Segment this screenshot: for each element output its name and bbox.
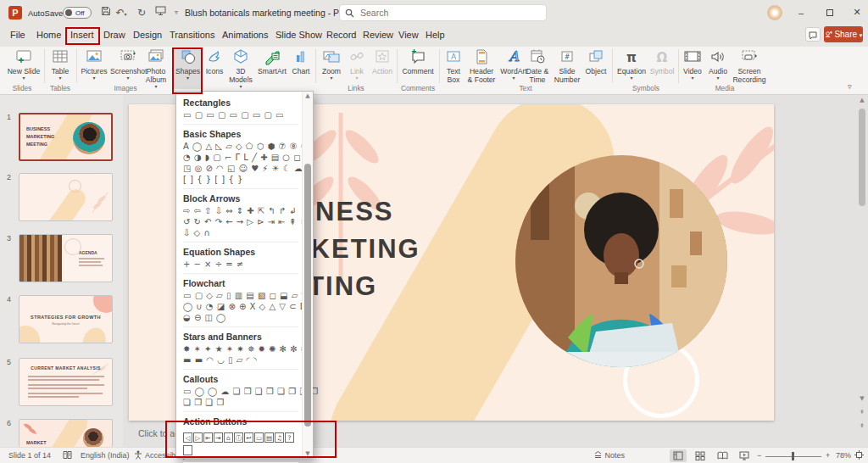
- tab-slide-show[interactable]: Slide Show: [275, 30, 322, 40]
- save-button[interactable]: [98, 5, 114, 20]
- minimize-button[interactable]: –: [792, 5, 810, 20]
- zoom-slider-thumb[interactable]: [792, 452, 794, 460]
- tab-view[interactable]: View: [398, 30, 419, 40]
- video-button[interactable]: Video▾: [681, 48, 704, 89]
- collapse-ribbon-chevron-icon[interactable]: ▿: [848, 82, 852, 91]
- shape-row[interactable]: ✸ ✶ ✦ ★ ✶ ✷ ✵ ✹ ✺ ✻ ✼ ✽: [183, 343, 298, 354]
- zoom-out-button[interactable]: −: [757, 451, 761, 460]
- next-slide-icon[interactable]: ⇟: [857, 422, 867, 429]
- shapes-button[interactable]: Shapes▾: [174, 48, 202, 89]
- scroll-down-icon[interactable]: ▼: [857, 395, 867, 402]
- zoom-level[interactable]: 78%: [836, 451, 851, 460]
- shape-row[interactable]: ⇩ ◇ ∩: [183, 227, 298, 238]
- action-button-shape[interactable]: ⌂: [224, 432, 233, 443]
- action-button-shape[interactable]: ▷: [193, 432, 203, 443]
- tab-draw[interactable]: Draw: [103, 30, 125, 40]
- slide-scrollbar[interactable]: ▲ ▼ ⇞ ⇟: [857, 97, 867, 444]
- shape-row[interactable]: + − × ÷ = ≠: [183, 259, 298, 270]
- maximize-button[interactable]: [821, 5, 839, 20]
- reading-view-button[interactable]: [714, 449, 731, 462]
- comment-button[interactable]: Comment: [400, 48, 436, 89]
- slide-thumbnail-2[interactable]: [19, 173, 113, 221]
- action-button-shape[interactable]: ♫: [275, 432, 284, 443]
- date-time-button[interactable]: Date & Time: [524, 48, 551, 89]
- autosave-toggle[interactable]: Off: [63, 7, 92, 19]
- search-input[interactable]: [360, 6, 538, 20]
- text-box-button[interactable]: A Text Box: [442, 48, 465, 89]
- action-button-shape[interactable]: [183, 445, 192, 455]
- scrollbar-thumb[interactable]: [304, 164, 311, 427]
- search-bar[interactable]: [339, 4, 547, 21]
- share-button[interactable]: Share ▾: [824, 26, 863, 42]
- action-button-shape[interactable]: ⓘ: [234, 432, 243, 443]
- start-presentation-button[interactable]: [153, 5, 168, 20]
- screen-recording-button[interactable]: Screen Recording: [731, 48, 768, 89]
- shape-row[interactable]: ▭ ▢ ▭ ▢ ▭ ▢ ▭ ▢ ▭: [183, 109, 298, 120]
- slide-number-button[interactable]: # Slide Number: [553, 48, 581, 89]
- icons-button[interactable]: Icons: [203, 48, 225, 89]
- slide-photo-circle[interactable]: [515, 155, 727, 367]
- slide-thumbnail-5[interactable]: CURRENT MARKET ANALYSIS: [19, 358, 113, 406]
- shape-row[interactable]: ▬ ▬ ◠ ◡ ▯ ▱ ◜ ◝: [183, 354, 298, 365]
- comments-button[interactable]: [805, 27, 821, 42]
- scroll-down-icon[interactable]: ▼: [303, 450, 313, 457]
- shape-row[interactable]: ▭ ◯ ◯ ☁ ❏ ❐ ❑ ❒ ❏ ❐ ❑ ❒: [183, 386, 298, 397]
- tab-animations[interactable]: Animations: [222, 30, 268, 40]
- slide-sorter-view-button[interactable]: [692, 449, 709, 462]
- object-button[interactable]: Object: [583, 48, 609, 89]
- slide-thumbnail-4[interactable]: STRATEGIES FOR GROWTH Navigating the fut…: [19, 295, 113, 343]
- undo-button[interactable]: ↶▾: [114, 5, 129, 20]
- slide-thumbnail-3[interactable]: AGENDA: [19, 234, 113, 282]
- shape-row[interactable]: A ◯ △ ◺ ▱ ◇ ⬠ ⬡ ⬢ ⑦ ⑧ ⑩: [183, 141, 298, 152]
- previous-slide-icon[interactable]: ⇞: [857, 409, 867, 416]
- action-button-shape[interactable]: ⇥: [214, 432, 223, 443]
- zoom-in-button[interactable]: +: [826, 451, 830, 460]
- tab-review[interactable]: Review: [363, 30, 393, 40]
- tab-design[interactable]: Design: [133, 30, 162, 40]
- tab-transitions[interactable]: Transitions: [170, 30, 214, 40]
- 3d-models-button[interactable]: 3D Models▾: [226, 48, 255, 89]
- slide-thumbnail-1[interactable]: BUSINESS MARKETING MEETING: [19, 113, 113, 161]
- language-status[interactable]: English (India): [81, 451, 130, 460]
- zoom-button[interactable]: Zoom▾: [319, 48, 344, 89]
- action-button-shape[interactable]: ⇤: [203, 432, 213, 443]
- slide-show-button[interactable]: [736, 449, 753, 462]
- customize-quick-access-toolbar-button[interactable]: ▿: [169, 5, 184, 20]
- tab-home[interactable]: Home: [36, 30, 61, 40]
- photo-album-button[interactable]: Photo Album▾: [141, 48, 171, 89]
- scroll-up-icon[interactable]: ▲: [857, 97, 867, 103]
- table-button[interactable]: Table▾: [47, 48, 74, 89]
- action-button-shape[interactable]: ◁: [183, 432, 192, 443]
- shape-row[interactable]: ◒ ⊖ ◫ ◯: [183, 312, 298, 323]
- audio-button[interactable]: Audio▾: [706, 48, 730, 89]
- pictures-button[interactable]: Pictures▾: [79, 48, 109, 89]
- tab-insert[interactable]: Insert: [70, 30, 94, 40]
- account-avatar[interactable]: [767, 5, 782, 20]
- notes-toggle-button[interactable]: Notes: [593, 450, 625, 460]
- scrollbar-thumb[interactable]: [859, 109, 865, 206]
- tab-file[interactable]: File: [10, 30, 25, 40]
- close-button[interactable]: ✕: [848, 5, 866, 20]
- smartart-button[interactable]: SmartArt: [257, 48, 287, 89]
- shape-row[interactable]: ◳ ◎ ⊘ ◠ ◱ ☺ ♥ ⚡ ☀ ☾ ☁ ⌒: [183, 163, 298, 174]
- slide-thumbnail-6[interactable]: MARKET: [19, 419, 113, 447]
- dropdown-scrollbar[interactable]: ▲ ▼: [302, 92, 313, 458]
- chart-button[interactable]: Chart: [289, 48, 313, 89]
- shape-row[interactable]: ◯ ∪ ◔ ◪ ⊗ ⊕ X ◇ △ ▽ ⊂ D: [183, 301, 298, 312]
- fit-slide-to-window-button[interactable]: [854, 450, 864, 461]
- equation-button[interactable]: π Equation▾: [615, 48, 648, 89]
- action-button-shape[interactable]: ↩: [244, 432, 253, 443]
- scroll-up-icon[interactable]: ▲: [303, 92, 313, 99]
- spell-check-icon[interactable]: [63, 450, 72, 461]
- header-footer-button[interactable]: Header & Footer: [466, 48, 497, 89]
- redo-button[interactable]: ↻: [134, 5, 149, 20]
- tab-record[interactable]: Record: [326, 30, 356, 40]
- action-button-shape[interactable]: ▭: [254, 432, 264, 443]
- shape-row[interactable]: ⇨ ⇦ ⇧ ⇩ ⇔ ⇕ ✚ ⇱ ↰ ↱ ↲ ↳: [183, 205, 298, 216]
- shape-row[interactable]: ❏ ❐ ❑ ❒: [183, 397, 298, 408]
- action-button-shape[interactable]: ▤: [264, 432, 274, 443]
- shape-row[interactable]: [ ] { } [ ] { }: [183, 174, 298, 185]
- shape-row[interactable]: ▭ ▢ ◇ ▱ ▯ ▥ ▤ ▧ ◻ ⬓ ▱ ▽: [183, 290, 298, 301]
- new-slide-button[interactable]: New Slide▾: [5, 48, 42, 89]
- accessibility-icon[interactable]: [134, 450, 142, 461]
